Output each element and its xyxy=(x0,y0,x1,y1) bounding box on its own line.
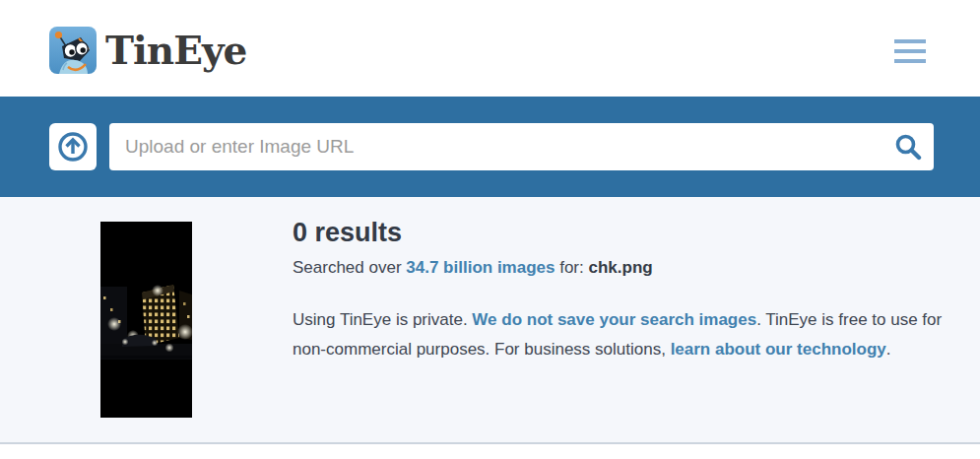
hamburger-bar xyxy=(894,39,926,43)
privacy-text: . xyxy=(886,340,891,359)
brand-wordmark: TinEye xyxy=(105,27,246,74)
results-section: 0 results Searched over 34.7 billion ima… xyxy=(0,197,980,442)
search-band xyxy=(0,97,980,197)
hamburger-bar xyxy=(894,49,926,53)
hamburger-menu-icon[interactable] xyxy=(894,39,926,63)
results-text: 0 results Searched over 34.7 billion ima… xyxy=(293,217,943,364)
search-button[interactable] xyxy=(882,123,934,170)
privacy-text: Using TinEye is private. xyxy=(293,310,472,329)
search-box xyxy=(109,123,934,170)
upload-arrow-icon xyxy=(57,131,89,163)
magnifier-icon xyxy=(894,133,922,161)
searched-summary: Searched over 34.7 billion images for: c… xyxy=(293,256,943,280)
privacy-note: Using TinEye is private. We do not save … xyxy=(293,305,943,364)
header: TinEye xyxy=(0,0,980,97)
searched-filename: chk.png xyxy=(588,258,652,277)
tineye-logo[interactable]: TinEye xyxy=(49,27,246,74)
privacy-link[interactable]: We do not save your search images xyxy=(472,310,756,329)
footer-space xyxy=(0,444,980,459)
billion-images-link[interactable]: 34.7 billion images xyxy=(406,258,555,277)
searched-prefix: Searched over xyxy=(293,258,406,277)
results-count-title: 0 results xyxy=(293,217,943,248)
search-input[interactable] xyxy=(109,123,882,170)
tineye-robot-icon xyxy=(49,27,97,74)
technology-link[interactable]: learn about our technology xyxy=(671,340,886,359)
searched-middle: for: xyxy=(555,258,588,277)
hamburger-bar xyxy=(894,59,926,63)
upload-image-button[interactable] xyxy=(49,123,97,170)
night-street-scene-thumbnail[interactable] xyxy=(100,222,192,418)
